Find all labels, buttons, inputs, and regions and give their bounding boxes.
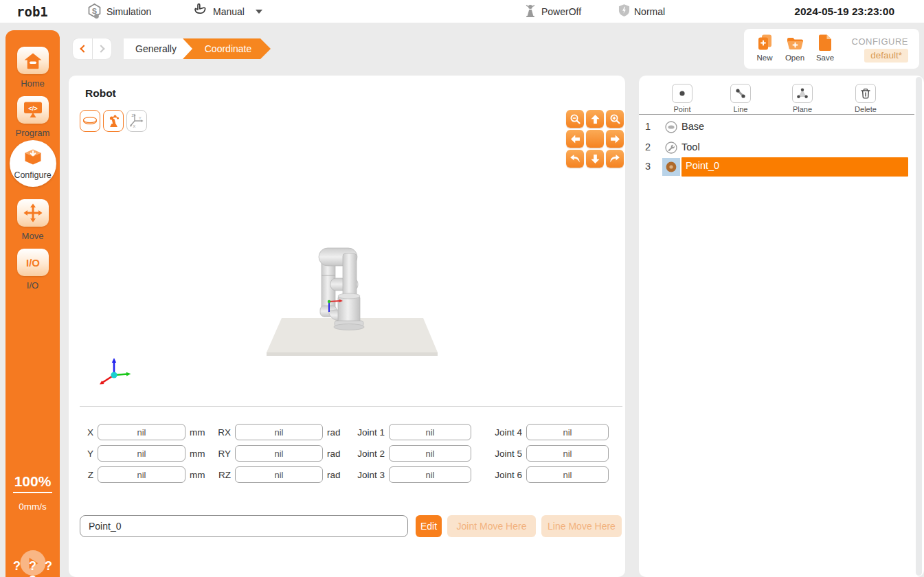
sidebar-item-label: Home — [21, 78, 45, 89]
x-input[interactable] — [98, 424, 185, 440]
manual-mode-dropdown[interactable]: Manual — [192, 0, 262, 23]
add-point-button[interactable]: Point — [661, 84, 703, 113]
sidebar-item-label: Program — [16, 128, 50, 138]
base-disc-icon — [82, 116, 98, 126]
app-root: rob1 S Simulation Manual — [0, 0, 924, 577]
joint-3-input[interactable] — [389, 466, 471, 483]
new-label: New — [756, 54, 772, 62]
save-icon — [816, 34, 835, 52]
simulation-mode[interactable]: S Simulation — [87, 0, 151, 23]
joint-1-input[interactable] — [389, 424, 471, 440]
viewport-toolbar: Z Y X — [80, 110, 147, 132]
system-status[interactable]: Normal — [618, 0, 665, 23]
field-z: Z mm — [80, 466, 205, 483]
field-rz: RZ rad — [213, 466, 341, 483]
history-nav — [73, 38, 111, 59]
sidebar-item-io[interactable]: I/O I/O — [5, 249, 60, 291]
scrollbar[interactable] — [916, 77, 922, 576]
panel-title: Robot — [85, 87, 116, 100]
ry-input[interactable] — [235, 445, 323, 462]
simulation-label: Simulation — [106, 6, 151, 17]
list-item-base[interactable]: 1 Base — [639, 117, 914, 138]
current-file-badge: default* — [864, 49, 908, 63]
svg-text:Y: Y — [139, 116, 142, 120]
robot-panel: Robot — [69, 76, 625, 577]
back-button[interactable] — [73, 38, 92, 59]
point-name-input[interactable] — [80, 515, 408, 537]
sidebar-item-move[interactable]: Move — [5, 199, 60, 241]
tool-item-icon — [665, 142, 677, 154]
power-label: PowerOff — [541, 6, 581, 17]
line-tool-icon — [730, 84, 751, 103]
zoom-in-button[interactable] — [606, 110, 624, 128]
simulation-icon: S — [87, 3, 102, 21]
joint-4-input[interactable] — [526, 424, 609, 440]
add-line-button[interactable]: Line — [719, 84, 762, 113]
coordinate-panel: Point Line Plane — [639, 76, 924, 577]
z-input[interactable] — [98, 466, 185, 483]
base-item-icon — [665, 121, 677, 133]
pan-up-button[interactable] — [586, 110, 604, 128]
home-icon — [17, 47, 49, 74]
robot-render — [261, 242, 443, 365]
forward-button[interactable] — [92, 38, 111, 59]
status-label: Normal — [634, 6, 665, 17]
field-ry: RY rad — [213, 445, 341, 462]
field-x: X mm — [80, 424, 205, 440]
joint-2-input[interactable] — [389, 445, 471, 462]
sidebar-item-configure[interactable]: Configure — [5, 140, 60, 187]
robot-3d-viewport[interactable] — [82, 137, 611, 402]
tab-generally[interactable]: Generally — [124, 38, 194, 59]
delete-tool-icon — [855, 84, 876, 103]
speed-percent: 100% — [5, 473, 60, 493]
io-icon: I/O — [17, 249, 49, 276]
open-icon — [786, 34, 804, 52]
top-bar: rob1 S Simulation Manual — [0, 0, 924, 23]
save-button[interactable]: Save — [810, 34, 840, 62]
power-status[interactable]: PowerOff — [523, 0, 581, 23]
field-joint2: Joint 2 — [349, 445, 471, 462]
sidebar-item-program[interactable]: </> Program — [5, 96, 60, 138]
show-robot-button[interactable] — [103, 110, 124, 132]
rx-input[interactable] — [235, 424, 323, 440]
field-joint1: Joint 1 — [349, 424, 471, 440]
zoom-out-button[interactable] — [566, 110, 584, 128]
list-divider — [639, 114, 914, 115]
joint-6-input[interactable] — [526, 466, 609, 483]
line-move-here-button[interactable]: Line Move Here — [541, 515, 622, 537]
joint-5-input[interactable] — [526, 445, 609, 462]
sidebar-item-label: Configure — [14, 170, 51, 180]
field-joint6: Joint 6 — [486, 466, 609, 483]
point-tool-icon — [672, 84, 692, 103]
field-joint5: Joint 5 — [486, 445, 609, 462]
open-button[interactable]: Open — [780, 34, 810, 62]
show-axes-button[interactable]: Z Y X — [126, 110, 147, 132]
manual-hand-icon — [192, 2, 209, 21]
svg-text:X: X — [133, 124, 136, 128]
zoom-in-icon — [609, 113, 621, 125]
list-item-tool[interactable]: 2 Tool — [639, 138, 914, 159]
svg-text:</>: </> — [28, 104, 38, 112]
chevron-left-icon — [80, 45, 87, 52]
show-base-button[interactable] — [80, 110, 100, 132]
field-joint3: Joint 3 — [349, 466, 471, 483]
field-rx: RX rad — [213, 424, 341, 440]
joint-move-here-button[interactable]: Joint Move Here — [447, 515, 536, 537]
move-icon — [17, 199, 49, 227]
svg-text:S: S — [92, 6, 97, 14]
tab-coordinate[interactable]: Coordinate — [183, 38, 271, 59]
sidebar-item-home[interactable]: Home — [5, 47, 60, 89]
delete-button[interactable]: Delete — [844, 84, 887, 113]
sidebar-item-label: I/O — [27, 280, 38, 291]
app-logo: rob1 — [16, 0, 48, 23]
edit-button[interactable]: Edit — [416, 515, 442, 537]
y-input[interactable] — [98, 445, 185, 462]
list-item-point-0[interactable]: 3 Point_0 — [639, 157, 914, 178]
help-marks[interactable]: ? ? ? ? — [5, 559, 60, 577]
new-button[interactable]: New — [750, 34, 780, 62]
configure-title: CONFIGURE — [852, 36, 909, 47]
new-icon — [756, 34, 774, 52]
open-label: Open — [785, 54, 804, 62]
add-plane-button[interactable]: Plane — [781, 84, 824, 113]
rz-input[interactable] — [235, 466, 323, 483]
